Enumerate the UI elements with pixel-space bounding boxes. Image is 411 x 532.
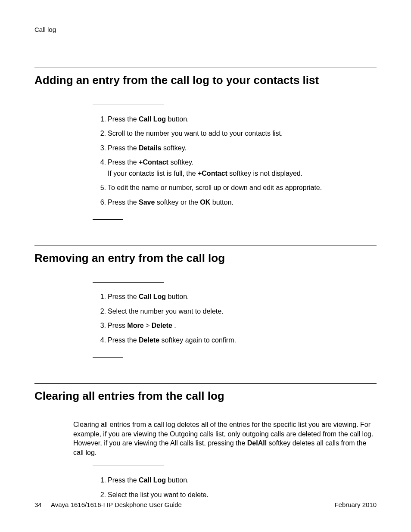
step-list: Press the Call Log button.Scroll to the …: [34, 115, 377, 207]
running-header: Call log: [34, 26, 377, 33]
page-footer: 34 Avaya 1616/1616-I IP Deskphone User G…: [34, 501, 377, 508]
step-item: Select the number you want to delete.: [108, 307, 377, 316]
step-list: Press the Call Log button.Select the lis…: [34, 476, 377, 499]
steps-top-rule: [93, 105, 164, 105]
step-item: Press More > Delete .: [108, 321, 377, 330]
section-rule: [34, 383, 377, 384]
step-item: Select the list you want to delete.: [108, 490, 377, 500]
step-subtext: If your contacts list is full, the +Cont…: [108, 169, 377, 178]
section-heading: Clearing all entries from the call log: [34, 389, 377, 403]
step-item: Press the Call Log button.: [108, 115, 377, 124]
page-number: 34: [34, 501, 42, 508]
steps-top-rule: [93, 466, 164, 466]
section: Removing an entry from the call logPress…: [34, 246, 377, 358]
step-item: Press the Call Log button.: [108, 292, 377, 302]
section-heading: Removing an entry from the call log: [34, 251, 377, 265]
steps-top-rule: [93, 282, 164, 283]
step-item: Press the Details softkey.: [108, 143, 377, 153]
step-item: Press the Save softkey or the OK button.: [108, 198, 377, 207]
section: Clearing all entries from the call logCl…: [34, 383, 377, 500]
section: Adding an entry from the call log to you…: [34, 68, 377, 220]
section-rule: [34, 246, 377, 246]
section-heading: Adding an entry from the call log to you…: [34, 73, 377, 87]
step-item: Press the Delete softkey again to confir…: [108, 336, 377, 345]
step-item: Press the +Contact softkey.If your conta…: [108, 158, 377, 178]
footer-left: 34 Avaya 1616/1616-I IP Deskphone User G…: [34, 501, 182, 508]
step-item: To edit the name or number, scroll up or…: [108, 183, 377, 193]
section-intro: Clearing all entries from a call log del…: [34, 420, 377, 457]
step-item: Scroll to the number you want to add to …: [108, 129, 377, 138]
section-rule: [34, 68, 377, 68]
step-item: Press the Call Log button.: [108, 476, 377, 485]
step-list: Press the Call Log button.Select the num…: [34, 292, 377, 345]
page: Call log Adding an entry from the call l…: [0, 0, 411, 532]
steps-bottom-rule: [93, 357, 123, 358]
footer-doc-title: Avaya 1616/1616-I IP Deskphone User Guid…: [51, 501, 182, 508]
footer-date: February 2010: [334, 501, 377, 508]
steps-bottom-rule: [93, 219, 123, 220]
